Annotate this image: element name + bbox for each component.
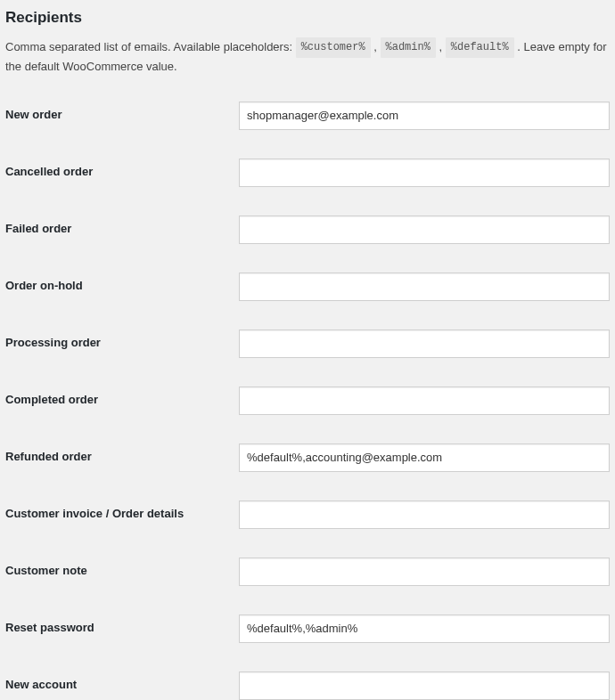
desc-text-before: Comma separated list of emails. Availabl… — [5, 40, 296, 53]
cancelled-order-label: Cancelled order — [5, 159, 239, 180]
new-account-input[interactable] — [239, 672, 610, 700]
placeholder-code-customer: %customer% — [296, 37, 371, 58]
cancelled-order-input[interactable] — [239, 159, 610, 187]
customer-invoice-label: Customer invoice / Order details — [5, 501, 239, 522]
processing-order-label: Processing order — [5, 330, 239, 351]
processing-order-input[interactable] — [239, 330, 610, 358]
refunded-order-label: Refunded order — [5, 444, 239, 465]
order-on-hold-label: Order on-hold — [5, 273, 239, 294]
placeholder-code-admin: %admin% — [381, 37, 436, 58]
refunded-order-input[interactable] — [239, 444, 610, 472]
new-order-input[interactable] — [239, 102, 610, 130]
order-on-hold-input[interactable] — [239, 273, 610, 301]
reset-password-label: Reset password — [5, 615, 239, 636]
customer-note-input[interactable] — [239, 558, 610, 586]
new-order-label: New order — [5, 102, 239, 123]
failed-order-input[interactable] — [239, 216, 610, 244]
completed-order-label: Completed order — [5, 387, 239, 408]
section-title: Recipients — [5, 7, 610, 28]
placeholder-code-default: %default% — [446, 37, 514, 58]
new-account-label: New account — [5, 672, 239, 693]
customer-note-label: Customer note — [5, 558, 239, 579]
reset-password-input[interactable] — [239, 615, 610, 643]
customer-invoice-input[interactable] — [239, 501, 610, 529]
section-description: Comma separated list of emails. Availabl… — [5, 37, 610, 77]
failed-order-label: Failed order — [5, 216, 239, 237]
completed-order-input[interactable] — [239, 387, 610, 415]
